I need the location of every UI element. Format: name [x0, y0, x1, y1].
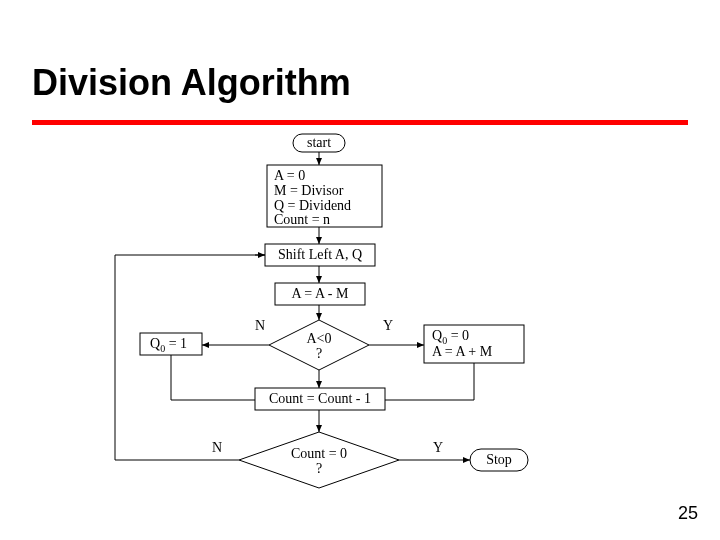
- svg-text:A<0: A<0: [306, 331, 331, 346]
- node-decision-a: A<0 ?: [269, 320, 369, 370]
- svg-text:Count = 0: Count = 0: [291, 446, 347, 461]
- svg-text:start: start: [307, 135, 331, 150]
- svg-text:Q = Dividend: Q = Dividend: [274, 198, 351, 213]
- label-no-count: N: [212, 440, 222, 455]
- label-no-a: N: [255, 318, 265, 333]
- svg-text:A = A - M: A = A - M: [292, 286, 349, 301]
- label-yes-count: Y: [433, 440, 443, 455]
- svg-text:?: ?: [316, 461, 322, 476]
- node-q0-restore: Q0 = 0 A = A + M: [424, 325, 524, 363]
- node-init: A = 0 M = Divisor Q = Dividend Count = n: [267, 165, 382, 227]
- svg-text:?: ?: [316, 346, 322, 361]
- node-decision-count: Count = 0 ?: [239, 432, 399, 488]
- svg-text:Count = Count - 1: Count = Count - 1: [269, 391, 371, 406]
- svg-text:M = Divisor: M = Divisor: [274, 183, 344, 198]
- svg-text:Count = n: Count = n: [274, 212, 330, 227]
- node-count-dec: Count = Count - 1: [255, 388, 385, 410]
- node-q0-eq-1: Q0 = 1: [140, 333, 202, 355]
- node-stop: Stop: [470, 449, 528, 471]
- node-sub: A = A - M: [275, 283, 365, 305]
- svg-text:Shift Left A, Q: Shift Left A, Q: [278, 247, 362, 262]
- node-shift: Shift Left A, Q: [265, 244, 375, 266]
- node-start: start: [293, 134, 345, 152]
- label-yes-a: Y: [383, 318, 393, 333]
- flowchart: start A = 0 M = Divisor Q = Dividend Cou…: [0, 0, 720, 540]
- svg-text:A = A + M: A = A + M: [432, 344, 493, 359]
- svg-text:Stop: Stop: [486, 452, 512, 467]
- svg-text:A = 0: A = 0: [274, 168, 305, 183]
